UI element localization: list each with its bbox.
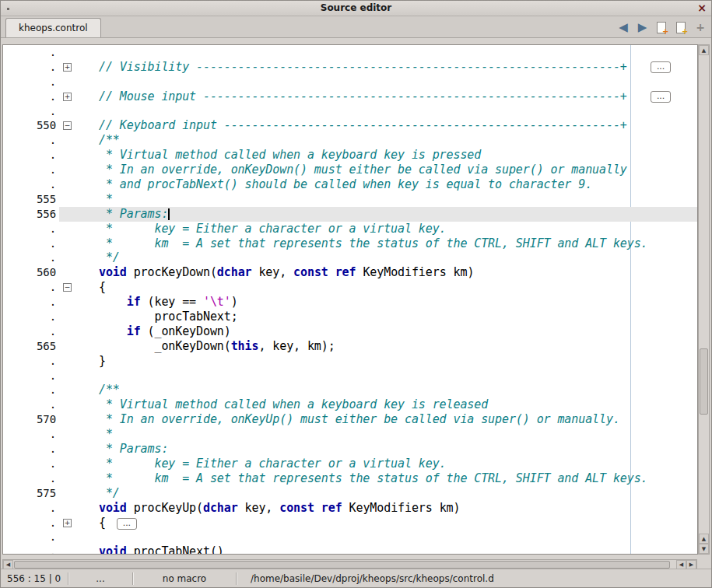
code-line[interactable]: .+// Mouse input -----------------------… [3,89,697,104]
line-number[interactable]: . [3,516,59,530]
tab-kheops-control[interactable]: kheops.control [5,18,101,37]
code-line[interactable]: . * km = A set that represents the statu… [3,471,697,486]
code-line[interactable]: 570 * In an override, onKeyUp() must eit… [3,412,697,427]
line-number[interactable]: 560 [3,265,59,280]
code-line[interactable]: ./** [3,133,697,148]
line-number[interactable]: . [3,75,59,89]
code-editor[interactable]: ..+// Visibility -----------------------… [2,44,698,555]
code-line[interactable]: . if (_onKeyDown) [3,324,697,339]
code-line[interactable]: .+{... [3,516,697,530]
code-line[interactable]: .void procTabNext() [3,544,697,555]
code-line[interactable]: . * Virtual method called when a keyboar… [3,397,697,412]
line-number[interactable]: . [3,236,59,251]
line-number[interactable]: . [3,250,59,265]
vertical-scrollbar-thumb[interactable] [700,348,708,415]
fold-expand-icon[interactable]: + [63,93,72,101]
code-line[interactable]: . * km = A set that represents the statu… [3,236,697,251]
scroll-up-icon[interactable]: ▲ [699,534,709,544]
horizontal-scrollbar-thumb[interactable] [14,561,670,569]
line-number[interactable]: . [3,148,59,163]
code-line[interactable]: . * key = Either a character or a virtua… [3,457,697,471]
code-line[interactable]: . [3,104,697,119]
line-number[interactable]: 556 [3,207,59,222]
code-line[interactable]: . procTabNext; [3,310,697,324]
code-text: // Keyboard input ----------------------… [77,118,627,133]
close-icon[interactable]: × [696,1,707,16]
line-number[interactable]: . [3,383,59,397]
code-line-body: void procKeyDown(dchar key, const ref Ke… [59,265,697,280]
statusbar-pending: ... [68,569,132,587]
code-text: void procTabNext() [77,544,224,555]
code-line[interactable]: . * Virtual method called when a keyboar… [3,148,697,163]
line-number[interactable]: . [3,397,59,412]
code-line[interactable]: . [3,369,697,383]
line-number[interactable]: 550 [3,118,59,133]
code-line[interactable]: . * In an override, onKeyDown() must eit… [3,163,697,177]
line-number[interactable]: . [3,163,59,177]
line-number[interactable]: . [3,104,59,119]
new-document-icon[interactable]: + [657,22,666,33]
code-line[interactable]: . * [3,427,697,442]
code-line[interactable]: . * Params: [3,442,697,457]
code-line[interactable]: 556 * Params: [3,207,697,222]
line-number[interactable]: . [3,530,59,544]
code-line[interactable]: .void procKeyUp(dchar key, const ref Key… [3,501,697,516]
line-number[interactable]: . [3,471,59,486]
line-number[interactable]: . [3,310,59,324]
code-line[interactable]: 565 _onKeyDown(this, key, km); [3,339,697,354]
code-line[interactable]: 575 */ [3,486,697,501]
line-number[interactable]: . [3,442,59,457]
code-line[interactable]: 555 * [3,192,697,207]
line-number[interactable]: . [3,60,59,75]
code-text: * km = A set that represents the status … [77,471,648,486]
line-number[interactable]: . [3,222,59,236]
add-document-icon[interactable]: + [676,22,686,33]
code-line[interactable]: .} [3,354,697,369]
line-number[interactable]: . [3,354,59,369]
title-bar[interactable]: Source editor × [1,1,711,16]
vertical-scrollbar[interactable]: ▲ ▲ ▼ [698,44,710,555]
line-number[interactable]: 555 [3,192,59,207]
code-line-body: * Virtual method called when a keyboard … [59,397,697,412]
line-number[interactable]: . [3,544,59,555]
line-number[interactable]: 570 [3,412,59,427]
fold-collapse-icon[interactable]: − [63,283,72,292]
line-number[interactable]: . [3,45,59,60]
line-number[interactable]: 565 [3,339,59,354]
code-line[interactable]: . if (key == '\t') [3,295,697,310]
line-number[interactable]: . [3,89,59,104]
line-number[interactable]: . [3,427,59,442]
code-line[interactable]: .−{ [3,280,697,295]
folded-region-ellipsis[interactable]: ... [117,518,137,530]
fold-collapse-icon[interactable]: − [63,121,72,130]
line-number[interactable]: . [3,457,59,471]
code-line[interactable]: 550−// Keyboard input ------------------… [3,118,697,133]
folded-region-ellipsis[interactable]: ... [651,61,671,73]
detach-icon[interactable]: + [696,22,705,33]
line-number[interactable]: . [3,295,59,310]
code-line[interactable]: . [3,530,697,544]
fold-expand-icon[interactable]: + [63,63,72,72]
scroll-up-icon[interactable]: ▲ [699,45,709,55]
code-line[interactable]: 560void procKeyDown(dchar key, const ref… [3,265,697,280]
fold-expand-icon[interactable]: + [63,519,72,527]
code-line[interactable]: ./** [3,383,697,397]
forward-arrow-icon[interactable]: ▶ [638,22,647,33]
line-number[interactable]: . [3,280,59,295]
code-line[interactable]: . [3,75,697,89]
code-line[interactable]: . [3,45,697,60]
line-number[interactable]: . [3,177,59,192]
code-line[interactable]: . * and procTabNext() should be called w… [3,177,697,192]
line-number[interactable]: 575 [3,486,59,501]
code-line[interactable]: . */ [3,250,697,265]
back-arrow-icon[interactable]: ◀ [619,22,628,33]
code-line[interactable]: . * key = Either a character or a virtua… [3,222,697,236]
line-number[interactable]: . [3,324,59,339]
line-number[interactable]: . [3,133,59,148]
code-line[interactable]: .+// Visibility ------------------------… [3,60,697,75]
code-line-body: * In an override, onKeyUp() must either … [59,412,697,427]
scroll-down-icon[interactable]: ▼ [699,544,709,554]
line-number[interactable]: . [3,369,59,383]
line-number[interactable]: . [3,501,59,516]
folded-region-ellipsis[interactable]: ... [651,91,671,103]
